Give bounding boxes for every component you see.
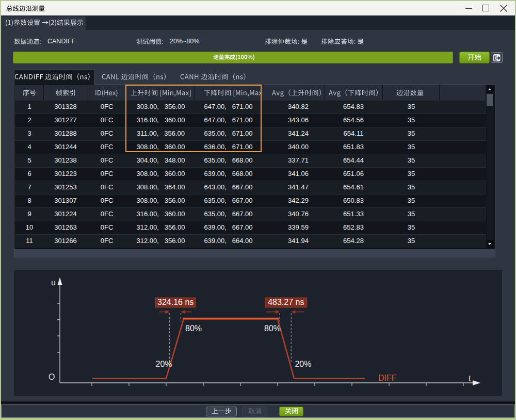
svg-text:324.16 ns: 324.16 ns bbox=[157, 298, 194, 306]
svg-text:80%: 80% bbox=[264, 324, 281, 333]
svg-text:80%: 80% bbox=[185, 324, 202, 333]
svg-text:483.27 ns: 483.27 ns bbox=[268, 298, 304, 306]
svg-text:O: O bbox=[49, 373, 55, 381]
svg-text:DIFF: DIFF bbox=[378, 374, 397, 382]
svg-text:20%: 20% bbox=[295, 360, 311, 368]
svg-text:20%: 20% bbox=[156, 360, 172, 368]
svg-text:t: t bbox=[469, 374, 471, 383]
svg-text:u: u bbox=[51, 278, 56, 287]
